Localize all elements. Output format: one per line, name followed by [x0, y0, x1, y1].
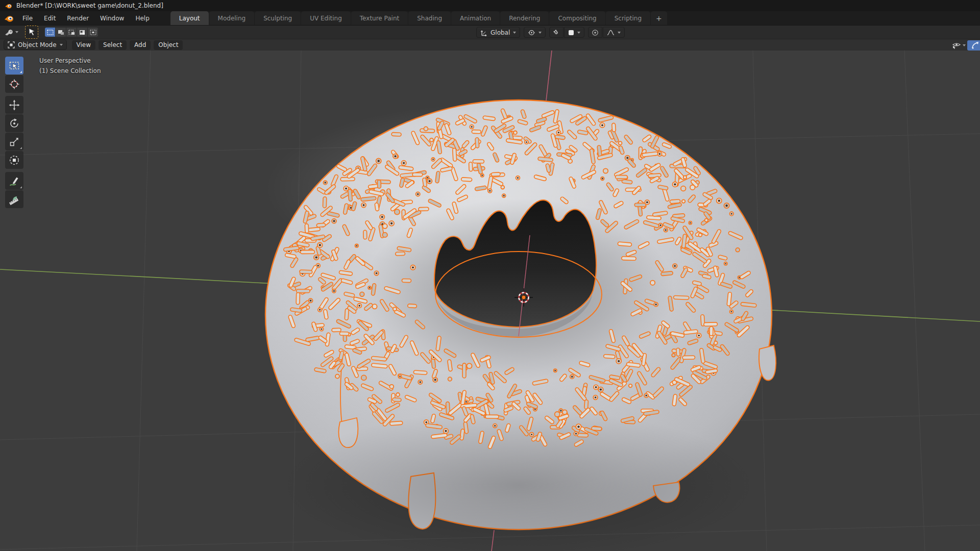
tool-annotate[interactable] — [5, 172, 23, 190]
menu-bar: File Edit Render Window Help — [17, 11, 155, 25]
menu-file[interactable]: File — [17, 11, 38, 25]
workspace-tabs: Layout Modeling Sculpting UV Editing Tex… — [170, 11, 667, 25]
chevron-down-icon — [538, 32, 542, 34]
select-mode-intersect[interactable] — [88, 28, 98, 37]
tab-sculpting[interactable]: Sculpting — [255, 11, 301, 25]
proportional-editing-icon — [592, 29, 599, 36]
menu-add[interactable]: Add — [130, 40, 151, 50]
menu-select[interactable]: Select — [99, 40, 127, 50]
viewport-canvas[interactable] — [0, 51, 980, 551]
falloff-dropdown[interactable] — [603, 27, 625, 38]
3d-viewport[interactable]: User Perspective (1) Scene Collection — [0, 51, 980, 551]
select-box-tool-icon — [29, 29, 35, 36]
menu-render[interactable]: Render — [61, 11, 94, 25]
object-visibility-eye-icon — [952, 41, 961, 49]
select-mode-extend[interactable] — [56, 28, 66, 37]
window-title: Blender* [D:\WORK\sweet game\donut_2.ble… — [16, 2, 163, 9]
menu-object[interactable]: Object — [154, 40, 183, 50]
chevron-down-icon — [618, 32, 621, 34]
tool-rotate[interactable] — [5, 114, 23, 132]
show-gizmo-button[interactable] — [967, 40, 980, 51]
menu-view[interactable]: View — [72, 40, 95, 50]
tab-modeling[interactable]: Modeling — [209, 11, 255, 25]
add-workspace-button[interactable]: + — [651, 11, 667, 25]
select-mode-group — [45, 28, 98, 37]
tool-select-box[interactable] — [5, 57, 23, 74]
viewport-header-right — [952, 39, 980, 51]
transform-orientation-dropdown[interactable]: Global — [476, 27, 520, 38]
snap-target-dropdown[interactable] — [564, 27, 584, 38]
chevron-down-icon — [577, 32, 580, 34]
top-bar: File Edit Render Window Help Layout Mode… — [0, 11, 980, 25]
3d-viewport-editor-icon — [5, 29, 14, 36]
pivot-point-dropdown[interactable] — [524, 27, 546, 38]
magnet-icon — [553, 29, 560, 36]
blender-logo-icon[interactable] — [0, 11, 17, 25]
tab-shading[interactable]: Shading — [408, 11, 451, 25]
mode-value: Object Mode — [18, 41, 57, 48]
transform-options: Global — [476, 27, 625, 38]
viewport-header: Object Mode View Select Add Object — [0, 39, 980, 51]
chevron-down-icon — [513, 32, 516, 34]
tab-animation[interactable]: Animation — [451, 11, 500, 25]
select-mode-subtract[interactable] — [66, 28, 77, 37]
menu-help[interactable]: Help — [130, 11, 155, 25]
snapping-group — [549, 27, 584, 38]
blender-logo-icon — [5, 3, 12, 9]
tool-measure[interactable] — [5, 190, 23, 208]
tool-transform[interactable] — [5, 151, 23, 169]
tab-uv-editing[interactable]: UV Editing — [301, 11, 351, 25]
snap-toggle-button[interactable] — [549, 27, 564, 38]
active-tool-button[interactable] — [25, 26, 38, 39]
pivot-point-icon — [528, 29, 535, 36]
editor-type-dropdown[interactable] — [4, 27, 19, 38]
tab-layout[interactable]: Layout — [170, 11, 209, 25]
tab-scripting[interactable]: Scripting — [606, 11, 650, 25]
object-visibility-dropdown[interactable] — [952, 40, 966, 51]
tool-scale[interactable] — [5, 133, 23, 151]
chevron-down-icon — [60, 44, 63, 46]
transform-orientation-value: Global — [491, 29, 510, 36]
select-mode-set[interactable] — [45, 28, 55, 37]
proportional-editing-group — [588, 27, 625, 38]
viewport-menus: View Select Add Object — [72, 40, 183, 50]
tab-compositing[interactable]: Compositing — [549, 11, 605, 25]
tab-rendering[interactable]: Rendering — [500, 11, 549, 25]
menu-window[interactable]: Window — [94, 11, 130, 25]
snap-increment-icon — [568, 30, 574, 36]
tool-move[interactable] — [5, 96, 23, 114]
mode-dropdown[interactable]: Object Mode — [4, 40, 67, 50]
tool-cursor[interactable] — [5, 75, 23, 93]
select-mode-invert[interactable] — [77, 28, 87, 37]
chevron-down-icon — [963, 44, 966, 46]
object-mode-icon — [8, 41, 15, 48]
window-title-bar: Blender* [D:\WORK\sweet game\donut_2.ble… — [0, 0, 980, 11]
falloff-curve-icon — [607, 30, 615, 36]
tool-settings-bar: Global — [0, 25, 980, 39]
chevron-down-icon — [15, 31, 18, 33]
show-gizmo-icon — [971, 41, 979, 49]
menu-edit[interactable]: Edit — [38, 11, 61, 25]
orientation-axes-icon — [480, 29, 487, 36]
viewport-toolbar — [5, 57, 23, 209]
tab-texture-paint[interactable]: Texture Paint — [351, 11, 408, 25]
proportional-editing-toggle[interactable] — [588, 27, 602, 38]
